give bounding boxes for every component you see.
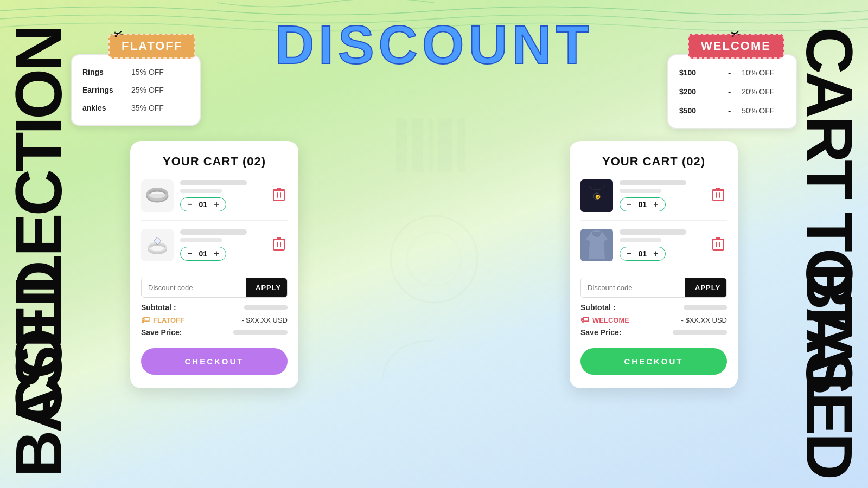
left-subtotal-row: Subtotal : — [141, 303, 288, 312]
svg-rect-3 — [438, 118, 452, 172]
right-checkout-button[interactable]: CHECKOUT — [580, 348, 727, 375]
svg-rect-32 — [716, 188, 720, 190]
left-discount-input-row: APPLY — [141, 278, 288, 298]
right-cart-item-2: − 01 + — [580, 229, 727, 269]
save-bar — [673, 330, 727, 335]
right-item-2-qty-control: − 01 + — [620, 247, 666, 261]
right-item-2-delete-btn[interactable] — [710, 234, 727, 256]
item-price-bar — [620, 238, 661, 242]
subtotal-bar — [684, 305, 727, 310]
right-item-2-image — [580, 229, 613, 261]
left-discount-code-section: APPLY — [141, 278, 288, 298]
discount-row-200: $200 - 20% OFF — [679, 82, 786, 101]
left-item-1-info: − 01 + — [180, 180, 264, 211]
right-item-1-qty-control: − 01 + — [620, 197, 666, 211]
discount-row-rings: Rings 15% OFF — [82, 63, 189, 81]
right-item-1-increase-btn[interactable]: + — [652, 200, 659, 209]
svg-rect-25 — [277, 237, 281, 239]
left-item-2-qty-control: − 01 + — [180, 247, 226, 261]
discount-row-100: $100 - 10% OFF — [679, 63, 786, 82]
svg-rect-4 — [457, 118, 465, 172]
left-item-2-info: − 01 + — [180, 229, 264, 261]
right-discount-input-row: APPLY — [580, 278, 727, 298]
right-discount-card: $100 - 10% OFF $200 - 20% OFF $500 - 50%… — [667, 54, 797, 129]
svg-rect-10 — [277, 192, 278, 198]
main-title: DISCOUNT — [275, 14, 593, 76]
discount-row-earrings: Earrings 25% OFF — [82, 81, 189, 99]
right-coupon-tag: 🏷 WELCOME — [580, 315, 629, 325]
svg-rect-1 — [412, 118, 423, 172]
right-apply-button[interactable]: APPLY — [685, 278, 727, 297]
left-item-2-decrease-btn[interactable]: − — [186, 249, 193, 258]
svg-rect-13 — [277, 188, 281, 190]
svg-rect-30 — [719, 192, 720, 198]
svg-rect-37 — [716, 237, 720, 239]
left-save-row: Save Price: — [141, 328, 288, 337]
left-item-2-qty: 01 — [197, 249, 208, 258]
svg-rect-33 — [713, 240, 724, 250]
right-coupon-row: 🏷 WELCOME - $XX.XX USD — [580, 315, 727, 325]
svg-text:😐: 😐 — [595, 194, 601, 200]
item-name-bar — [620, 180, 686, 185]
svg-point-5 — [391, 216, 477, 303]
left-item-1-decrease-btn[interactable]: − — [186, 200, 193, 209]
right-item-2-decrease-btn[interactable]: − — [626, 249, 633, 258]
svg-rect-34 — [716, 242, 717, 247]
right-item-2-qty: 01 — [637, 249, 648, 258]
svg-rect-23 — [280, 242, 281, 247]
right-summary-section: Subtotal : 🏷 WELCOME - $XX.XX USD Save P… — [580, 303, 727, 337]
svg-rect-2 — [429, 118, 433, 172]
left-item-2-increase-btn[interactable]: + — [213, 249, 220, 258]
right-item-2-increase-btn[interactable]: + — [652, 249, 659, 258]
save-bar — [233, 330, 288, 335]
subtotal-bar — [244, 305, 288, 310]
left-coupon-row: 🏷 FLATOFF - $XX.XX USD — [141, 315, 288, 325]
left-bottom-text: BASED — [11, 263, 66, 477]
right-discount-code-section: APPLY — [580, 278, 727, 298]
item-price-bar — [180, 238, 222, 242]
svg-rect-21 — [273, 240, 284, 250]
left-discount-input[interactable] — [142, 278, 246, 297]
left-item-2-delete-btn[interactable] — [270, 234, 288, 256]
right-subtotal-row: Subtotal : — [580, 303, 727, 312]
left-apply-button[interactable]: APPLY — [246, 278, 288, 297]
svg-rect-9 — [273, 190, 284, 201]
right-discount-input[interactable] — [581, 278, 685, 297]
svg-rect-35 — [719, 242, 720, 247]
left-item-1-qty: 01 — [197, 200, 208, 209]
svg-rect-11 — [280, 192, 281, 198]
left-checkout-button[interactable]: CHECKOUT — [141, 348, 288, 375]
svg-rect-22 — [277, 242, 278, 247]
svg-rect-28 — [713, 190, 724, 201]
right-cart-title: YOUR CART (02) — [580, 155, 727, 169]
left-cart-panel: YOUR CART (02) − 01 + — [130, 141, 298, 388]
right-save-row: Save Price: — [580, 328, 727, 337]
left-cart-title: YOUR CART (02) — [141, 155, 288, 169]
right-cart-item-1: 😐 − 01 + — [580, 179, 727, 221]
left-item-1-qty-control: − 01 + — [180, 197, 226, 211]
left-item-1-delete-btn[interactable] — [270, 185, 288, 207]
discount-row-ankles: ankles 35% OFF — [82, 99, 189, 117]
left-discount-card: Rings 15% OFF Earrings 25% OFF ankles 35… — [71, 54, 201, 126]
item-name-bar — [180, 180, 247, 185]
item-price-bar — [180, 189, 222, 193]
svg-point-6 — [407, 232, 461, 286]
left-item-1-increase-btn[interactable]: + — [213, 200, 220, 209]
item-price-bar — [620, 189, 661, 193]
left-item-2-image — [141, 229, 174, 261]
right-item-1-qty: 01 — [637, 200, 648, 209]
right-cart-panel: YOUR CART (02) 😐 − 01 + — [570, 141, 738, 388]
center-decoration — [353, 107, 515, 381]
right-item-1-info: − 01 + — [620, 180, 703, 211]
item-name-bar — [620, 229, 686, 235]
left-cart-item-2: − 01 + — [141, 229, 288, 269]
left-summary-section: Subtotal : 🏷 FLATOFF - $XX.XX USD Save P… — [141, 303, 288, 337]
left-coupon-tag: 🏷 FLATOFF — [141, 315, 184, 325]
discount-row-500: $500 - 50% OFF — [679, 101, 786, 120]
right-item-1-decrease-btn[interactable]: − — [626, 200, 633, 209]
item-name-bar — [180, 229, 247, 235]
left-cart-item-1: − 01 + — [141, 179, 288, 221]
left-item-1-image — [141, 179, 174, 212]
right-item-2-info: − 01 + — [620, 229, 703, 261]
right-item-1-delete-btn[interactable] — [710, 185, 727, 207]
